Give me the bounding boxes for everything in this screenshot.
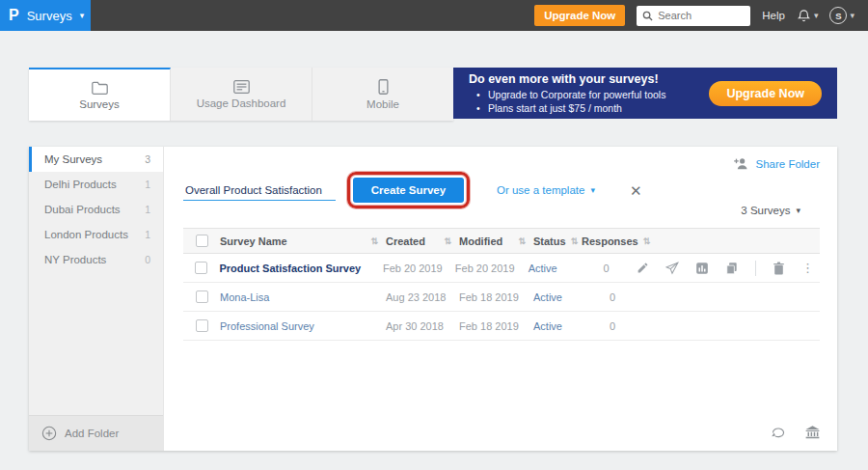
- use-template-label: Or use a template: [497, 184, 584, 196]
- sidebar-item-delhi-products[interactable]: Delhi Products 1: [29, 172, 163, 197]
- search-box[interactable]: [637, 6, 750, 26]
- sidebar-item-my-surveys[interactable]: My Surveys 3: [29, 147, 163, 172]
- sort-icon[interactable]: ⇅: [444, 236, 459, 246]
- table-row: Professional Survey Apr 30 2018 Feb 18 2…: [183, 312, 820, 341]
- folder-count: 1: [145, 204, 150, 215]
- status-badge[interactable]: Active: [533, 291, 562, 303]
- more-options-icon[interactable]: ⋮: [801, 261, 814, 275]
- folder-label: London Products: [44, 229, 128, 240]
- add-folder-label: Add Folder: [65, 428, 119, 439]
- folder-label: My Surveys: [44, 153, 102, 165]
- use-template-dropdown[interactable]: Or use a template ▾: [497, 184, 595, 196]
- column-header-survey-name: Survey Name: [220, 235, 287, 247]
- restore-icon[interactable]: [771, 427, 786, 439]
- folder-icon: [92, 81, 108, 95]
- folder-label: Delhi Products: [44, 179, 117, 190]
- sidebar-item-dubai-products[interactable]: Dubai Products 1: [29, 197, 163, 222]
- sort-icon[interactable]: ⇅: [518, 236, 533, 246]
- modified-date: Feb 18 2019: [459, 320, 519, 332]
- share-person-icon: [734, 157, 749, 170]
- modified-date: Feb 18 2019: [459, 291, 519, 303]
- row-checkbox[interactable]: [196, 290, 208, 303]
- add-folder-button[interactable]: Add Folder: [29, 415, 163, 451]
- app-name: Surveys: [27, 9, 72, 23]
- created-date: Feb 20 2019: [383, 263, 443, 274]
- proprofs-logo-icon: P: [9, 8, 19, 23]
- chevron-down-icon: ▾: [850, 12, 854, 20]
- share-folder-label: Share Folder: [756, 158, 820, 170]
- table-header-row: Survey Name ⇅ Created ⇅ Modified ⇅ Statu…: [183, 228, 820, 254]
- chevron-down-icon: ▾: [796, 207, 800, 215]
- column-header-responses: Responses: [582, 235, 638, 247]
- share-folder-button[interactable]: Share Folder: [734, 157, 820, 170]
- table-row: Product Satisfaction Survey Feb 20 2019 …: [183, 254, 820, 283]
- row-actions: ⋮: [637, 261, 820, 276]
- tab-mobile[interactable]: Mobile: [312, 68, 453, 121]
- row-checkbox[interactable]: [195, 262, 207, 274]
- survey-name-link[interactable]: Mona-Lisa: [220, 291, 269, 303]
- surveys-panel: My Surveys 3 Delhi Products 1 Dubai Prod…: [29, 147, 837, 451]
- status-badge[interactable]: Active: [529, 263, 557, 274]
- mobile-icon: [378, 79, 389, 95]
- promo-banner: Do even more with your surveys! Upgrade …: [453, 68, 837, 119]
- app-switcher[interactable]: P Surveys ▾: [0, 0, 91, 31]
- archive-bank-icon[interactable]: [805, 426, 820, 439]
- duplicate-copy-icon[interactable]: [725, 262, 739, 275]
- folder-label: NY Products: [44, 254, 106, 265]
- delete-trash-icon[interactable]: [773, 262, 785, 275]
- help-link[interactable]: Help: [762, 10, 785, 21]
- survey-name-link[interactable]: Product Satisfaction Survey: [219, 263, 361, 274]
- sidebar-item-ny-products[interactable]: NY Products 0: [29, 247, 163, 272]
- folder-count: 3: [145, 153, 150, 165]
- created-date: Apr 30 2018: [386, 320, 444, 332]
- tab-usage-dashboard[interactable]: Usage Dashboard: [171, 68, 312, 121]
- send-survey-icon[interactable]: [665, 262, 679, 275]
- upgrade-now-button[interactable]: Upgrade Now: [534, 5, 625, 26]
- search-icon: [642, 11, 653, 21]
- tab-label: Mobile: [366, 98, 399, 110]
- close-icon[interactable]: ✕: [630, 183, 642, 198]
- search-input[interactable]: [658, 10, 745, 21]
- surveys-table: Survey Name ⇅ Created ⇅ Modified ⇅ Statu…: [183, 228, 820, 341]
- table-row: Mona-Lisa Aug 23 2018 Feb 18 2019 Active…: [183, 283, 820, 312]
- select-all-checkbox[interactable]: [196, 235, 208, 247]
- survey-name-link[interactable]: Professional Survey: [220, 320, 314, 332]
- create-survey-button[interactable]: Create Survey: [353, 178, 464, 203]
- banner-bullets: Upgrade to Corporate for powerful tools …: [469, 88, 665, 115]
- view-tabs: Surveys Usage Dashboard Mobile: [29, 68, 453, 121]
- surveys-count-dropdown[interactable]: 3 Surveys ▾: [741, 205, 800, 216]
- sidebar-item-london-products[interactable]: London Products 1: [29, 222, 163, 247]
- banner-upgrade-button[interactable]: Upgrade Now: [709, 81, 822, 106]
- folder-count: 0: [145, 254, 150, 265]
- tab-surveys[interactable]: Surveys: [29, 68, 171, 121]
- avatar: S: [829, 7, 847, 24]
- banner-title: Do even more with your surveys!: [469, 72, 665, 86]
- tab-label: Usage Dashboard: [197, 97, 286, 109]
- tab-label: Surveys: [79, 98, 120, 110]
- topbar: P Surveys ▾ Upgrade Now Help ▾ S ▾: [0, 0, 868, 31]
- sort-icon[interactable]: ⇅: [370, 236, 386, 246]
- reports-chart-icon[interactable]: [695, 262, 709, 275]
- edit-pencil-icon[interactable]: [637, 262, 649, 274]
- dashboard-icon: [233, 80, 250, 94]
- main-panel: Share Folder Create Survey Or use a temp…: [164, 147, 837, 451]
- chevron-down-icon: ▾: [590, 186, 595, 195]
- chevron-down-icon: ▾: [814, 12, 819, 20]
- bell-icon: [797, 9, 811, 23]
- column-header-modified: Modified: [459, 235, 502, 247]
- created-date: Aug 23 2018: [386, 291, 446, 303]
- folder-count: 1: [145, 229, 150, 240]
- panel-footer-icons: [771, 426, 820, 439]
- surveys-count-label: 3 Surveys: [741, 205, 790, 216]
- banner-bullet: Plans start at just $75 / month: [469, 101, 665, 115]
- status-badge[interactable]: Active: [533, 320, 562, 332]
- plus-circle-icon: [41, 426, 57, 441]
- chevron-down-icon: ▾: [80, 12, 85, 20]
- notifications-button[interactable]: ▾: [797, 9, 819, 23]
- survey-name-input[interactable]: [183, 180, 336, 201]
- column-header-status: Status: [533, 235, 566, 247]
- row-checkbox[interactable]: [196, 319, 208, 332]
- responses-count: 0: [610, 320, 615, 332]
- account-menu[interactable]: S ▾: [829, 7, 854, 24]
- sort-icon[interactable]: ⇅: [643, 236, 651, 246]
